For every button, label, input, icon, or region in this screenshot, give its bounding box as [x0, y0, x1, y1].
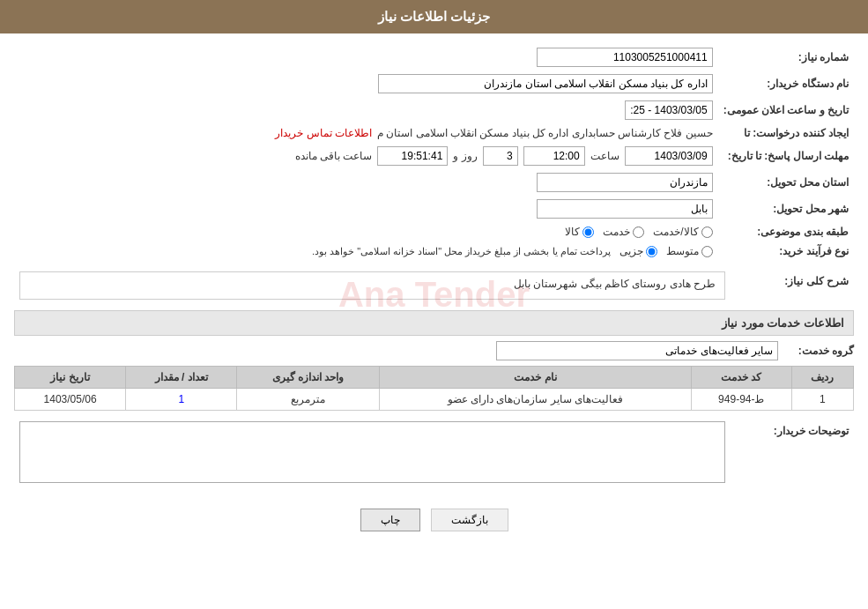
radio-kala-khedmat[interactable]: کالا/خدمت — [653, 226, 712, 238]
notes-table: توضیحات خریدار: — [14, 418, 854, 489]
rooz-label: روز و — [453, 150, 477, 162]
creator-value: حسین فلاح کارشناس حسابداری اداره کل بنیا… — [377, 127, 713, 139]
deadline-date-input[interactable] — [625, 146, 713, 166]
description-label: شرح کلی نیاز: — [731, 268, 854, 303]
deadline-days-input[interactable] — [483, 146, 518, 166]
service-group-row: گروه خدمت: — [14, 341, 854, 360]
description-value: طرح هادی روستای کاظم بیگی شهرستان بابل — [514, 278, 716, 290]
col-date: تاریخ نیاز — [15, 367, 126, 389]
page-title: جزئیات اطلاعات نیاز — [378, 9, 490, 24]
cell-qty: 1 — [126, 389, 237, 411]
time-label: ساعت — [590, 150, 619, 162]
cell-date: 1403/05/06 — [15, 389, 126, 411]
description-box: طرح هادی روستای کاظم بیگی شهرستان بابل — [19, 271, 725, 300]
announce-label: تاریخ و ساعت اعلان عمومی: — [718, 97, 854, 123]
info-table: شماره نیاز: نام دستگاه خریدار: تاریخ و س… — [14, 44, 854, 261]
buyer-label: نام دستگاه خریدار: — [718, 71, 854, 97]
cell-unit: مترمربع — [237, 389, 380, 411]
number-value — [185, 44, 717, 71]
footer-buttons: بازگشت چاپ — [14, 496, 854, 544]
col-name: نام خدمت — [379, 367, 691, 389]
deadline-time-input[interactable] — [523, 146, 585, 166]
col-unit: واحد اندازه گیری — [237, 367, 380, 389]
content-area: Ana Tender شماره نیاز: نام دستگاه خریدار… — [0, 33, 868, 554]
province-label: استان محل تحویل: — [718, 169, 854, 196]
deadline-clock-input[interactable] — [377, 146, 448, 166]
col-qty: تعداد / مقدار — [126, 367, 237, 389]
category-label: طبقه بندی موضوعی: — [718, 222, 854, 241]
creator-label: ایجاد کننده درخواست: تا — [718, 123, 854, 143]
cell-code: ط-94-949 — [692, 389, 792, 411]
announce-date-input[interactable] — [625, 100, 713, 120]
radio-motavaset[interactable]: متوسط — [666, 245, 713, 257]
notes-textarea[interactable] — [19, 421, 725, 483]
print-button[interactable]: چاپ — [360, 509, 420, 531]
purchase-note: پرداخت تمام یا بخشی از مبلغ خریداز محل "… — [312, 246, 611, 257]
service-table: ردیف کد خدمت نام خدمت واحد اندازه گیری ت… — [14, 366, 854, 411]
service-group-input[interactable] — [496, 341, 778, 360]
cell-name: فعالیت‌های سایر سازمان‌های دارای عضو — [379, 389, 691, 411]
number-input[interactable] — [537, 48, 713, 67]
number-label: شماره نیاز: — [718, 44, 854, 71]
col-code: کد خدمت — [692, 367, 792, 389]
page-header: جزئیات اطلاعات نیاز — [0, 0, 868, 33]
city-input[interactable] — [537, 199, 713, 219]
col-row: ردیف — [791, 367, 853, 389]
remaining-label: ساعت باقی مانده — [295, 150, 373, 162]
cell-row: 1 — [791, 389, 853, 411]
radio-jozee[interactable]: جزیی — [619, 245, 657, 257]
description-table: شرح کلی نیاز: طرح هادی روستای کاظم بیگی … — [14, 268, 854, 303]
city-label: شهر محل تحویل: — [718, 196, 854, 222]
deadline-label: مهلت ارسال پاسخ: تا تاریخ: — [718, 143, 854, 169]
buyer-value — [14, 71, 718, 97]
buyer-input[interactable] — [378, 74, 713, 93]
notes-label: توضیحات خریدار: — [731, 418, 854, 489]
table-row: 1 ط-94-949 فعالیت‌های سایر سازمان‌های دا… — [15, 389, 854, 411]
radio-kala[interactable]: کالا — [565, 226, 594, 238]
province-input[interactable] — [537, 173, 713, 192]
back-button[interactable]: بازگشت — [431, 509, 508, 531]
contact-link[interactable]: اطلاعات تماس خریدار — [275, 127, 372, 139]
purchase-type-label: نوع فرآیند خرید: — [718, 241, 854, 261]
service-group-label: گروه خدمت: — [783, 345, 854, 357]
radio-khedmat[interactable]: خدمت — [603, 226, 644, 238]
page-wrapper: جزئیات اطلاعات نیاز Ana Tender شماره نیا… — [0, 0, 868, 609]
services-header: اطلاعات خدمات مورد نیاز — [14, 310, 854, 336]
